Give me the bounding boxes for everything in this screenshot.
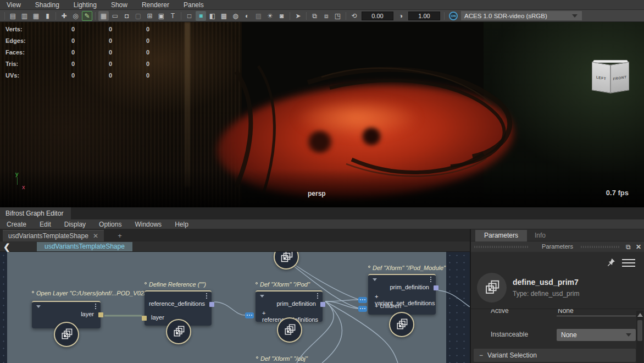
menu-show[interactable]: Show: [111, 1, 127, 9]
graph-canvas[interactable]: Open Layer "C:/Users/johnf/...POD_V02/PO…: [0, 252, 470, 363]
port-variant-set-definitions-in[interactable]: + variant_set_definitions: [368, 293, 436, 302]
hamburger-menu-icon[interactable]: [622, 259, 635, 269]
active-value[interactable]: None: [558, 309, 574, 315]
node-collapse-caret-icon[interactable]: [36, 305, 41, 308]
kebab-menu-icon[interactable]: [206, 293, 207, 300]
view-cube-left-face[interactable]: LEFT: [592, 62, 610, 93]
new-tab-button[interactable]: +: [113, 230, 127, 241]
scroll-thumb[interactable]: [637, 320, 642, 341]
colorspace-value: ACES 1.0 SDR-video (sRGB): [464, 13, 547, 19]
isolate-add-icon[interactable]: ⧈: [321, 11, 331, 21]
zoom-region-icon[interactable]: ◎: [70, 11, 81, 21]
fps-counter: 0.7 fps: [606, 189, 629, 197]
wireframe-icon[interactable]: □: [184, 11, 195, 21]
view-cube[interactable]: LEFT FRONT: [590, 58, 631, 98]
menu-options[interactable]: Options: [99, 221, 121, 228]
camera-attributes-icon[interactable]: ▥: [19, 11, 30, 21]
port-children-in[interactable]: + children: [368, 302, 436, 312]
popout-icon[interactable]: ⧉: [626, 243, 631, 251]
close-icon[interactable]: ✕: [636, 243, 641, 251]
pin-icon[interactable]: [607, 258, 615, 267]
viewport-3d[interactable]: Verts: 0 0 0 Edges: 0 0 0 Faces: 0 0 0 T…: [0, 22, 644, 207]
bookmark-icon[interactable]: ▮: [42, 11, 53, 21]
gate-mask-icon[interactable]: ▢: [133, 11, 143, 21]
camera-icon[interactable]: ▤: [8, 11, 18, 21]
screen-door-icon[interactable]: ▨: [253, 11, 264, 21]
gamma-icon[interactable]: ◑: [396, 11, 406, 21]
collapse-icon[interactable]: −: [479, 351, 483, 359]
kebab-menu-icon[interactable]: [95, 304, 96, 310]
safe-title-icon[interactable]: T: [168, 11, 178, 21]
port-square[interactable]: [209, 302, 214, 307]
instanceable-dropdown[interactable]: None: [557, 329, 636, 341]
watchpoint-icon[interactable]: [358, 297, 367, 303]
tab-info[interactable]: Info: [526, 230, 554, 241]
grid-icon[interactable]: ▦: [98, 11, 109, 21]
lighting-icon[interactable]: ☀: [265, 11, 275, 21]
smooth-shade-icon[interactable]: ■: [196, 11, 206, 21]
tab-close-icon[interactable]: ✕: [93, 232, 98, 240]
menu-panels[interactable]: Panels: [184, 1, 204, 9]
node-body[interactable]: prim_definition + variant_set_definition…: [368, 274, 436, 315]
menu-view[interactable]: View: [7, 1, 21, 9]
parameters-section-header[interactable]: Parameters ⧉ ✕: [471, 241, 644, 252]
port-reference-definitions-out[interactable]: reference_definitions: [145, 300, 212, 310]
menu-lighting[interactable]: Lighting: [74, 1, 97, 9]
menu-shading[interactable]: Shading: [35, 1, 59, 9]
exposure-icon[interactable]: ⟲: [349, 11, 359, 21]
field-chart-icon[interactable]: ⊞: [145, 11, 155, 21]
node-collapse-caret-icon[interactable]: [373, 278, 377, 281]
port-square[interactable]: [320, 302, 325, 307]
parameters-tab-bar: Parameters Info: [471, 229, 644, 241]
exposure-field[interactable]: 0.00: [362, 12, 393, 20]
toolbar-separator: [346, 12, 346, 20]
watchpoint-icon[interactable]: [358, 306, 367, 312]
port-prim-definition-out[interactable]: prim_definition: [368, 284, 436, 293]
parameters-panel: Parameters Info Parameters ⧉ ✕ define_us…: [471, 229, 644, 363]
camera-label: persp: [308, 190, 326, 197]
kebab-menu-icon[interactable]: [317, 293, 318, 300]
node-collapse-caret-icon[interactable]: [260, 295, 264, 298]
instanceable-value: None: [561, 331, 577, 339]
variant-selection-header[interactable]: −Variant Selection: [474, 349, 636, 362]
view-cube-front-face[interactable]: FRONT: [610, 62, 629, 93]
kebab-menu-icon[interactable]: [430, 277, 431, 283]
bounding-box-icon[interactable]: ◧: [207, 11, 218, 21]
colorspace-dropdown[interactable]: ACES 1.0 SDR-video (sRGB): [461, 11, 582, 20]
color-management-on-icon[interactable]: ON: [449, 12, 458, 20]
pivot-icon[interactable]: ✚: [59, 11, 69, 21]
watchpoint-icon[interactable]: [245, 312, 254, 318]
menu-renderer[interactable]: Renderer: [142, 1, 169, 9]
menu-windows[interactable]: Windows: [135, 221, 162, 228]
port-square[interactable]: [98, 312, 103, 317]
port-layer-out[interactable]: layer: [32, 311, 101, 320]
tab-parameters[interactable]: Parameters: [475, 230, 527, 241]
menu-help[interactable]: Help: [175, 221, 188, 228]
select-tool-icon[interactable]: ➤: [293, 11, 303, 21]
back-chevron-icon[interactable]: ❮: [3, 241, 10, 252]
tab-usdvariantstemplateshape[interactable]: usdVariantsTemplateShape ✕: [3, 230, 104, 241]
isolate-select-icon[interactable]: ⧉: [309, 11, 320, 21]
port-prim-definition-out[interactable]: prim_definition: [256, 300, 323, 310]
hud-value: 0: [75, 72, 112, 79]
port-square[interactable]: [434, 285, 438, 290]
shadows-icon[interactable]: ◐: [242, 11, 252, 21]
isolate-remove-icon[interactable]: ◳: [332, 11, 343, 21]
xray-icon[interactable]: ◙: [276, 11, 287, 21]
scrollbar[interactable]: [636, 311, 643, 363]
menu-display[interactable]: Display: [64, 221, 86, 228]
camera-select-icon[interactable]: ▦: [31, 11, 41, 21]
menu-edit[interactable]: Edit: [40, 221, 51, 228]
use-all-lights-icon[interactable]: ◍: [230, 11, 241, 21]
image-plane-icon[interactable]: ▣: [156, 11, 166, 21]
resolution-gate-icon[interactable]: ◘: [121, 11, 132, 21]
port-square[interactable]: [142, 316, 147, 321]
film-gate-icon[interactable]: ▭: [110, 11, 120, 21]
gamma-field[interactable]: 1.00: [408, 12, 440, 20]
node-def-xform-obj-title[interactable]: Def "Xform" "/obj": [256, 355, 308, 362]
scroll-up-icon[interactable]: [637, 313, 643, 317]
breadcrumb-current[interactable]: usdVariantsTemplateShape: [37, 242, 132, 251]
pencil-context-icon[interactable]: ✎: [82, 11, 92, 21]
textured-icon[interactable]: ▩: [219, 11, 229, 21]
menu-create[interactable]: Create: [7, 221, 26, 228]
